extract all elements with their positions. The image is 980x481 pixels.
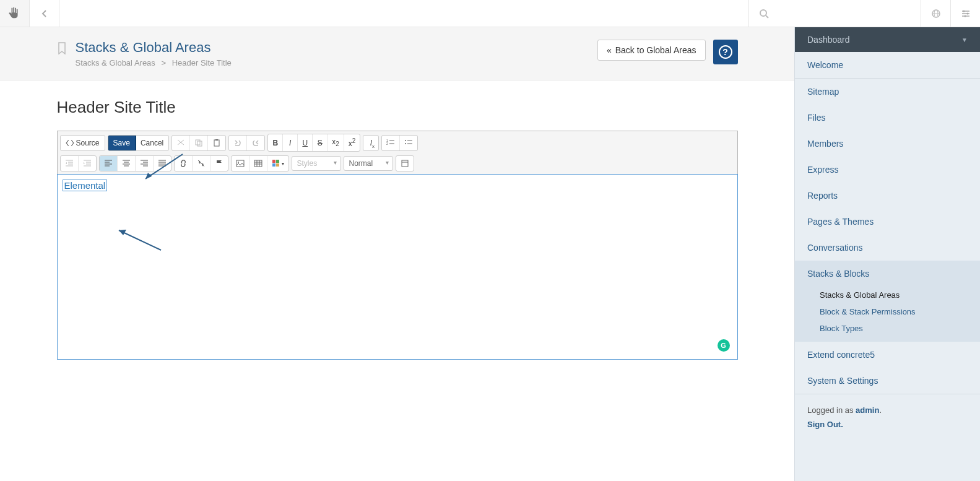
svg-rect-59 [402,160,408,167]
italic-button[interactable]: I [283,134,298,151]
image-icon [236,159,245,168]
numbered-list-button[interactable]: 12 [382,136,400,150]
strike-icon: S [318,139,323,147]
logged-in-prefix: Logged in as [807,405,856,415]
align-center-button[interactable] [118,156,136,171]
format-select[interactable]: Normal [344,156,393,171]
svg-rect-50 [254,160,262,167]
svg-point-21 [405,143,406,144]
help-button[interactable]: ? [713,40,738,64]
table-icon [254,159,262,168]
sidebar-item-files[interactable]: Files [795,105,980,131]
svg-point-9 [966,12,968,14]
save-button[interactable]: Save [108,136,136,150]
sidebar-item-stacks-blocks: Stacks & Blocks Stacks & Global Areas Bl… [795,261,980,342]
bold-button[interactable]: B [268,134,283,151]
back-nav-button[interactable] [30,0,59,27]
align-right-button[interactable] [136,156,154,171]
user-link[interactable]: admin [856,405,879,415]
remove-format-button[interactable]: Ix [363,136,378,150]
superscript-icon: x2 [349,137,356,148]
color-button[interactable]: ▾ [267,156,288,171]
sidebar-sub-block-types[interactable]: Block Types [795,320,980,337]
styles-select[interactable]: Styles [292,156,341,171]
paste-icon [212,139,221,147]
cut-button[interactable] [172,136,190,150]
sidebar-item-system-settings[interactable]: System & Settings [795,368,980,394]
undo-icon [233,139,242,147]
sidebar-item-reports[interactable]: Reports [795,183,980,209]
sidebar-item-conversations[interactable]: Conversations [795,235,980,261]
bullet-list-button[interactable] [400,136,417,150]
link-button[interactable] [175,156,193,171]
search-button[interactable] [748,0,778,27]
superscript-button[interactable]: x2 [344,134,360,151]
chevron-down-icon: ▼ [961,37,968,43]
breadcrumb-link-stacks[interactable]: Stacks & Global Areas [76,58,155,67]
indent-button[interactable] [79,156,96,171]
sign-out-link[interactable]: Sign Out. [807,420,843,429]
sidebar-item-extend[interactable]: Extend concrete5 [795,342,980,368]
svg-rect-13 [214,140,219,146]
back-to-global-areas-button[interactable]: « Back to Global Areas [597,40,706,61]
intelligent-search-button[interactable] [921,0,950,27]
svg-rect-56 [276,160,279,163]
align-justify-button[interactable] [154,156,171,171]
strike-button[interactable]: S [313,134,327,151]
chevron-down-icon: ▾ [282,161,284,167]
sidebar-item-express[interactable]: Express [795,157,980,183]
grammarly-badge[interactable]: G [718,339,730,352]
outdent-button[interactable] [61,156,79,171]
svg-rect-58 [276,163,279,167]
topbar-spacer [59,0,748,27]
sidebar-sub-block-stack-permissions[interactable]: Block & Stack Permissions [795,303,980,320]
cancel-button[interactable]: Cancel [136,136,168,150]
editor-toolbar-row2: ▾ Styles Normal [58,153,737,175]
cut-icon [176,139,185,147]
source-button[interactable]: Source [61,136,105,150]
sidebar-header-label: Dashboard [807,35,850,45]
sidebar-header[interactable]: Dashboard ▼ [795,27,980,52]
unlink-button[interactable] [193,156,210,171]
ol-icon: 12 [386,139,395,147]
sidebar-footer: Logged in as admin. Sign Out. [795,394,980,440]
svg-line-47 [198,160,204,167]
app-logo[interactable] [0,0,30,27]
align-justify-icon [158,159,167,168]
sidebar-sub-stacks-global-areas[interactable]: Stacks & Global Areas [795,287,980,303]
editor-toolbar-row1: Source Save Cancel [58,131,737,153]
underline-icon: U [302,139,308,147]
sidebar-link-stacks-blocks[interactable]: Stacks & Blocks [795,261,980,287]
settings-button[interactable] [950,0,980,27]
breadcrumb-sep: > [161,58,166,67]
selected-link-box: Elemental [63,180,108,191]
flag-icon [215,159,223,168]
sidebar-item-members[interactable]: Members [795,131,980,157]
svg-point-8 [963,10,965,12]
editor-link-elemental[interactable]: Elemental [64,180,106,191]
underline-button[interactable]: U [298,134,313,151]
back-btn-label: Back to Global Areas [615,45,696,55]
copy-button[interactable] [190,136,208,150]
color-icon [272,159,280,168]
sidebar-item-pages-themes[interactable]: Pages & Themes [795,209,980,235]
page-header-band: Stacks & Global Areas Stacks & Global Ar… [0,27,794,80]
sidebar-item-welcome[interactable]: Welcome [795,52,980,78]
subscript-button[interactable]: x2 [327,134,344,151]
top-nav-bar [0,0,980,27]
undo-button[interactable] [229,136,247,150]
editor-content-area[interactable]: Elemental G [57,174,738,360]
align-left-button[interactable] [100,156,118,171]
outdent-icon [65,159,74,168]
maximize-button[interactable] [396,156,414,171]
copy-icon [194,139,203,147]
breadcrumb: Stacks & Global Areas > Header Site Titl… [76,58,597,67]
anchor-button[interactable] [210,156,228,171]
table-button[interactable] [249,156,267,171]
bookmark-icon[interactable] [57,42,67,56]
paste-button[interactable] [208,136,225,150]
redo-button[interactable] [247,136,264,150]
sidebar-item-sitemap[interactable]: Sitemap [795,79,980,105]
image-button[interactable] [232,156,249,171]
link-icon [179,159,188,168]
